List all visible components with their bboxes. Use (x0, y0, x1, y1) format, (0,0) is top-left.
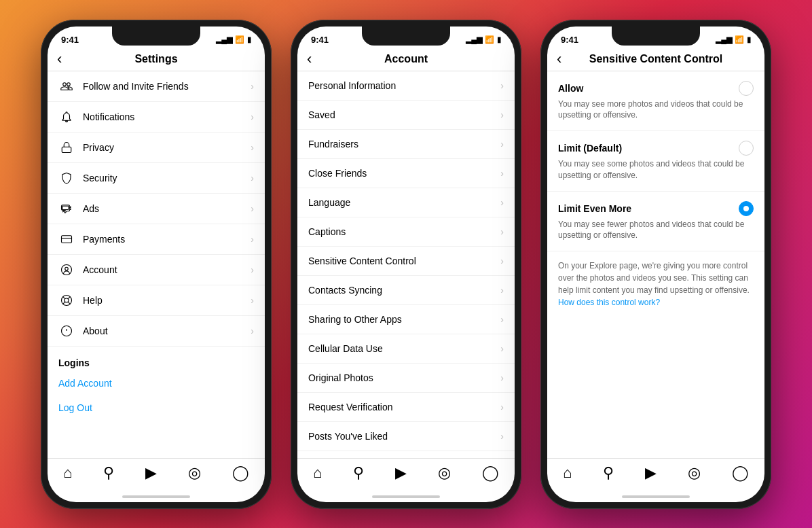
chevron-icon: › (500, 109, 504, 120)
limit-default-option[interactable]: Limit (Default) You may see some photos … (547, 131, 764, 192)
back-button[interactable]: ‹ (557, 50, 561, 68)
signal-icon: ▂▄▆ (216, 35, 232, 44)
allow-option[interactable]: Allow You may see more photos and videos… (547, 71, 764, 132)
account-item-captions[interactable]: Captions › (297, 217, 515, 247)
account-item-personal[interactable]: Personal Information › (297, 71, 515, 101)
personal-label: Personal Information (308, 80, 500, 91)
allow-radio[interactable] (739, 81, 754, 96)
limit-more-option[interactable]: Limit Even More You may see fewer photos… (547, 192, 764, 252)
limit-default-radio[interactable] (739, 141, 754, 156)
status-icons: ▂▄▆ 📶 ▮ (716, 35, 751, 44)
request-label: Request Verification (308, 402, 500, 412)
add-account-link[interactable]: Add Account (48, 371, 265, 395)
account-item-cellular[interactable]: Cellular Data Use › (297, 334, 515, 364)
sensitive-title: Sensitive Content Control (589, 53, 722, 65)
settings-item-security[interactable]: Security › (48, 163, 265, 194)
close-friends-label: Close Friends (308, 168, 500, 179)
search-nav-icon[interactable]: ⚲ (103, 464, 114, 482)
bottom-nav: ⌂ ⚲ ▶ ◎ ◯ (547, 458, 764, 493)
allow-title: Allow (558, 83, 583, 94)
notch (112, 27, 200, 46)
account-item-sensitive[interactable]: Sensitive Content Control › (297, 247, 515, 276)
original-label: Original Photos (308, 372, 500, 383)
fundraisers-label: Fundraisers (308, 139, 500, 149)
status-icons: ▂▄▆ 📶 ▮ (466, 35, 501, 44)
account-item-original[interactable]: Original Photos › (297, 364, 515, 393)
chevron-icon: › (500, 343, 504, 354)
chevron-icon: › (251, 203, 254, 214)
account-item-contacts[interactable]: Contacts Syncing › (297, 276, 515, 305)
shop-nav-icon[interactable]: ◎ (438, 464, 451, 482)
svg-line-7 (63, 296, 65, 298)
home-nav-icon[interactable]: ⌂ (63, 464, 72, 482)
limit-default-desc: You may see some photos and videos that … (558, 158, 754, 181)
chevron-icon: › (500, 431, 504, 442)
account-nav-bar: ‹ Account (297, 48, 515, 71)
account-item-sharing[interactable]: Sharing to Other Apps › (297, 305, 515, 334)
profile-nav-icon[interactable]: ◯ (732, 464, 749, 482)
chevron-icon: › (500, 168, 504, 179)
ads-label: Ads (83, 203, 251, 214)
settings-item-payments[interactable]: Payments › (48, 224, 265, 255)
notch (612, 27, 700, 46)
status-time: 9:41 (61, 35, 79, 45)
bell-icon (58, 111, 75, 123)
settings-item-help[interactable]: Help › (48, 285, 265, 316)
settings-item-follow[interactable]: Follow and Invite Friends › (48, 71, 265, 102)
shop-nav-icon[interactable]: ◎ (188, 464, 201, 482)
chevron-icon: › (500, 197, 504, 208)
battery-icon: ▮ (497, 35, 501, 44)
chevron-icon: › (251, 173, 254, 183)
limit-more-radio[interactable] (739, 201, 754, 216)
svg-line-9 (68, 296, 70, 298)
reels-nav-icon[interactable]: ▶ (395, 464, 407, 482)
home-nav-icon[interactable]: ⌂ (563, 464, 572, 482)
shop-nav-icon[interactable]: ◎ (688, 464, 701, 482)
chevron-icon: › (500, 80, 504, 91)
home-indicator (297, 493, 515, 502)
status-time: 9:41 (311, 35, 329, 45)
battery-icon: ▮ (747, 35, 751, 44)
phone-account: 9:41 ▂▄▆ 📶 ▮ ‹ Account Personal Informat… (291, 20, 521, 509)
profile-nav-icon[interactable]: ◯ (232, 464, 249, 482)
home-indicator (48, 493, 265, 502)
follow-label: Follow and Invite Friends (83, 81, 251, 92)
bottom-nav: ⌂ ⚲ ▶ ◎ ◯ (48, 458, 265, 493)
liked-label: Posts You've Liked (308, 431, 500, 442)
svg-line-10 (63, 302, 65, 304)
saved-label: Saved (308, 109, 500, 120)
settings-item-privacy[interactable]: Privacy › (48, 133, 265, 163)
signal-icon: ▂▄▆ (716, 35, 732, 44)
settings-item-about[interactable]: About › (48, 316, 265, 347)
settings-item-ads[interactable]: Ads › (48, 194, 265, 224)
chevron-icon: › (251, 264, 254, 275)
note-body: On your Explore page, we're giving you m… (558, 261, 750, 295)
settings-nav-bar: ‹ Settings (48, 48, 265, 71)
note-link[interactable]: How does this control work? (558, 298, 660, 307)
bottom-nav: ⌂ ⚲ ▶ ◎ ◯ (297, 458, 515, 493)
settings-item-notifications[interactable]: Notifications › (48, 102, 265, 133)
reels-nav-icon[interactable]: ▶ (145, 464, 157, 482)
search-nav-icon[interactable]: ⚲ (603, 464, 614, 482)
account-item-fundraisers[interactable]: Fundraisers › (297, 130, 515, 159)
svg-point-6 (64, 298, 69, 302)
sharing-label: Sharing to Other Apps (308, 314, 500, 325)
status-time: 9:41 (561, 35, 578, 45)
account-item-close-friends[interactable]: Close Friends › (297, 159, 515, 188)
back-button[interactable]: ‹ (57, 50, 62, 68)
captions-label: Captions (308, 226, 500, 237)
account-item-request[interactable]: Request Verification › (297, 393, 515, 422)
search-nav-icon[interactable]: ⚲ (353, 464, 364, 482)
settings-item-account[interactable]: Account › (48, 255, 265, 285)
chevron-icon: › (251, 111, 254, 122)
limit-default-title: Limit (Default) (558, 143, 622, 154)
back-button[interactable]: ‹ (307, 50, 312, 68)
chevron-icon: › (251, 325, 254, 336)
reels-nav-icon[interactable]: ▶ (645, 464, 657, 482)
log-out-link[interactable]: Log Out (48, 395, 265, 420)
account-item-language[interactable]: Language › (297, 188, 515, 217)
account-item-saved[interactable]: Saved › (297, 101, 515, 130)
account-item-liked[interactable]: Posts You've Liked › (297, 422, 515, 451)
profile-nav-icon[interactable]: ◯ (482, 464, 499, 482)
home-nav-icon[interactable]: ⌂ (313, 464, 322, 482)
